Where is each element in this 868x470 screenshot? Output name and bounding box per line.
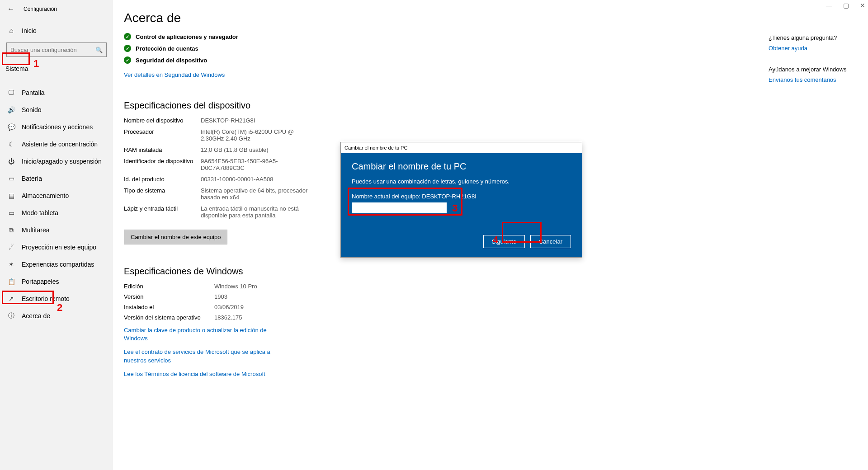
spec-label: Lápiz y entrada táctil	[124, 205, 201, 219]
search-icon: 🔍	[95, 47, 103, 53]
dialog-titlebar: Cambiar el nombre de tu PC	[341, 142, 582, 153]
spec-value: Intel(R) Core(TM) i5-6200U CPU @ 2.30GHz…	[201, 128, 314, 142]
focus-icon: ☾	[7, 140, 15, 148]
spec-label: Edición	[124, 283, 214, 290]
security-status-label: Protección de cuentas	[136, 45, 198, 52]
sidebar-item-modo-tableta[interactable]: ▭Modo tableta	[0, 204, 113, 221]
right-pane: ¿Tienes alguna pregunta? Obtener ayuda A…	[769, 34, 850, 98]
dialog-heading: Cambiar el nombre de tu PC	[352, 161, 571, 172]
sidebar-item-proyecci-n-en-este-equipo[interactable]: ☄Proyección en este equipo	[0, 239, 113, 256]
close-button[interactable]: ✕	[860, 2, 865, 9]
rename-pc-dialog: Cambiar el nombre de tu PC Cambiar el no…	[340, 142, 582, 258]
windows-spec-table: EdiciónWindows 10 ProVersión1903Instalad…	[124, 283, 850, 321]
next-button[interactable]: Siguiente	[483, 235, 525, 248]
sidebar-item-almacenamiento[interactable]: ▤Almacenamiento	[0, 187, 113, 204]
about-icon: ⓘ	[7, 312, 15, 320]
security-status-item: ✓Protección de cuentas	[124, 42, 850, 54]
sidebar-item-label: Notificaciones y acciones	[22, 123, 93, 131]
rename-pc-button[interactable]: Cambiar el nombre de este equipo	[124, 230, 227, 244]
back-button[interactable]: ←	[4, 2, 18, 16]
maximize-button[interactable]: ▢	[843, 2, 849, 9]
power-icon: ⏻	[7, 157, 15, 165]
sidebar-item-inicio-apagado-y-suspensi-n[interactable]: ⏻Inicio/apagado y suspensión	[0, 153, 113, 170]
pc-name-input[interactable]	[352, 202, 447, 213]
spec-label: Versión del sistema operativo	[124, 314, 214, 321]
security-status-label: Seguridad del dispositivo	[136, 57, 207, 64]
sidebar-item-portapapeles[interactable]: 📋Portapapeles	[0, 273, 113, 290]
get-help-link[interactable]: Obtener ayuda	[769, 45, 807, 52]
sidebar-item-escritorio-remoto[interactable]: ↗Escritorio remoto	[0, 290, 113, 307]
check-icon: ✓	[124, 45, 131, 52]
sidebar-item-label: Portapapeles	[22, 278, 59, 285]
spec-label: RAM instalada	[124, 146, 201, 153]
sidebar-item-bater-a[interactable]: ▭Batería	[0, 170, 113, 187]
sidebar-item-label: Asistente de concentración	[22, 141, 98, 148]
app-title: Configuración	[24, 6, 57, 12]
sidebar-item-label: Batería	[22, 175, 42, 182]
sidebar-item-acerca-de[interactable]: ⓘAcerca de	[0, 307, 113, 324]
spec-value: Windows 10 Pro	[214, 283, 314, 290]
windows-spec-title: Especificaciones de Windows	[124, 266, 850, 277]
sidebar-item-experiencias-compartidas[interactable]: ✶Experiencias compartidas	[0, 256, 113, 273]
sidebar-item-multitarea[interactable]: ⧉Multitarea	[0, 221, 113, 239]
spec-value: 1903	[214, 293, 314, 300]
window-controls: — ▢ ✕	[826, 2, 865, 9]
windows-links: Cambiar la clave de producto o actualiza…	[124, 326, 850, 378]
sidebar-item-label: Sonido	[22, 106, 42, 113]
sidebar-item-label: Pantalla	[22, 89, 45, 96]
remote-icon: ↗	[7, 295, 15, 303]
help-heading: ¿Tienes alguna pregunta?	[769, 34, 850, 41]
cancel-button[interactable]: Cancelar	[530, 235, 571, 248]
spec-label: Instalado el	[124, 304, 214, 310]
sidebar: ← Configuración ⌂ Inicio 🔍 Sistema 🖵Pant…	[0, 0, 113, 470]
spec-value: 18362.175	[214, 314, 314, 321]
search-input[interactable]	[10, 47, 95, 53]
windows-link[interactable]: Lee los Términos de licencia del softwar…	[124, 370, 287, 378]
dialog-current-name: Nombre actual del equipo: DESKTOP-RH21G8…	[352, 193, 571, 200]
sidebar-item-label: Escritorio remoto	[22, 295, 70, 302]
device-spec-title: Especificaciones del dispositivo	[124, 100, 850, 111]
spec-label: Procesador	[124, 128, 201, 142]
improve-heading: Ayúdanos a mejorar Windows	[769, 66, 850, 73]
minimize-button[interactable]: —	[826, 2, 832, 9]
spec-label: Id. del producto	[124, 176, 201, 183]
spec-label: Versión	[124, 293, 214, 300]
sidebar-item-label: Multitarea	[22, 226, 49, 234]
search-box: 🔍	[6, 42, 107, 57]
notifications-icon: 💬	[7, 123, 15, 131]
spec-label: Nombre del dispositivo	[124, 117, 201, 124]
home-link[interactable]: ⌂ Inicio	[0, 22, 113, 40]
sidebar-item-label: Modo tableta	[22, 209, 58, 216]
spec-value: Sistema operativo de 64 bits, procesador…	[201, 187, 314, 201]
security-status-item: ✓Control de aplicaciones y navegador	[124, 31, 850, 42]
nav: 🖵Pantalla🔊Sonido💬Notificaciones y accion…	[0, 84, 113, 324]
sidebar-item-label: Proyección en este equipo	[22, 244, 96, 251]
battery-icon: ▭	[7, 174, 15, 183]
clipboard-icon: 📋	[7, 277, 15, 286]
security-status-item: ✓Seguridad del dispositivo	[124, 54, 850, 66]
spec-label: Tipo de sistema	[124, 187, 201, 201]
sound-icon: 🔊	[7, 106, 15, 114]
sidebar-item-asistente-de-concentraci-n[interactable]: ☾Asistente de concentración	[0, 136, 113, 153]
project-icon: ☄	[7, 243, 15, 251]
security-status-list: ✓Control de aplicaciones y navegador✓Pro…	[124, 31, 850, 66]
sidebar-item-notificaciones-y-acciones[interactable]: 💬Notificaciones y acciones	[0, 118, 113, 136]
spec-label: Identificador de dispositivo	[124, 158, 201, 171]
category-sistema[interactable]: Sistema	[0, 61, 113, 76]
shared-icon: ✶	[7, 260, 15, 268]
tablet-icon: ▭	[7, 209, 15, 217]
windows-link[interactable]: Cambiar la clave de producto o actualiza…	[124, 326, 287, 343]
spec-value: 03/06/2019	[214, 304, 314, 310]
security-details-link[interactable]: Ver detalles en Seguridad de Windows	[124, 71, 225, 78]
sidebar-item-label: Inicio/apagado y suspensión	[22, 158, 102, 165]
home-icon: ⌂	[7, 27, 15, 35]
back-arrow-icon: ←	[7, 5, 14, 13]
sidebar-item-label: Acerca de	[22, 312, 50, 320]
check-icon: ✓	[124, 56, 131, 64]
windows-link[interactable]: Lee el contrato de servicios de Microsof…	[124, 348, 287, 364]
multitask-icon: ⧉	[7, 226, 15, 234]
feedback-link[interactable]: Envíanos tus comentarios	[769, 76, 836, 83]
spec-value: La entrada táctil o manuscrita no está d…	[201, 205, 314, 219]
sidebar-item-sonido[interactable]: 🔊Sonido	[0, 101, 113, 118]
sidebar-item-pantalla[interactable]: 🖵Pantalla	[0, 84, 113, 101]
